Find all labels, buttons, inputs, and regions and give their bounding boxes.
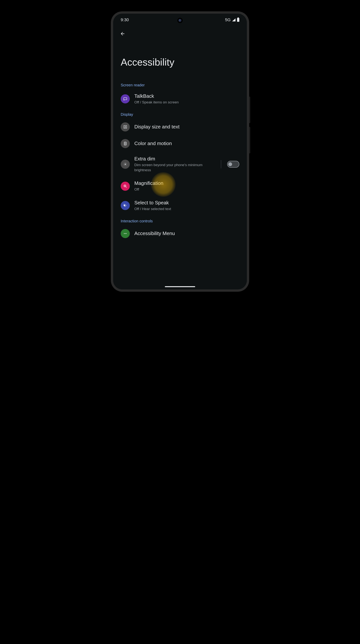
item-title: Magnification [134,180,239,186]
phone-frame: 9:30 5G Accessibility Screen reader [111,11,249,292]
arrow-back-icon [120,31,125,36]
item-magnification[interactable]: Magnification Off [113,176,247,196]
item-talkback[interactable]: TalkBack Off / Speak items on screen [113,89,247,108]
display-size-icon: A [121,122,130,132]
status-time: 9:30 [121,18,129,22]
item-extra-dim[interactable]: Extra dim Dim screen beyond your phone's… [113,152,247,176]
back-button[interactable] [119,30,126,38]
svg-line-12 [124,163,124,163]
item-content: Magnification Off [134,180,239,192]
item-content: Display size and text [134,124,239,130]
zoom-in-icon [123,184,127,188]
palette-icon [123,142,127,146]
camera-notch [177,18,183,23]
status-icons: 5G [225,18,239,22]
item-subtitle: Off / Speak items on screen [134,100,239,105]
svg-rect-0 [124,98,127,100]
item-subtitle: Off / Hear selected text [134,206,239,212]
item-title: Color and motion [134,140,239,147]
extra-dim-icon [121,160,130,169]
more-horiz-icon [123,232,127,236]
home-indicator[interactable] [165,286,195,287]
accessibility-menu-icon [121,229,130,238]
item-title: Select to Speak [134,200,239,206]
color-motion-icon [121,139,130,148]
svg-line-17 [126,186,127,188]
svg-point-22 [126,233,127,234]
svg-point-20 [124,233,125,234]
magnification-icon [121,182,130,191]
svg-line-15 [126,163,126,163]
item-accessibility-menu[interactable]: Accessibility Menu [113,225,247,238]
item-title: Display size and text [134,124,239,130]
item-display-size[interactable]: A Display size and text [113,118,247,135]
item-content: Select to Speak Off / Hear selected text [134,200,239,212]
item-content: TalkBack Off / Speak items on screen [134,93,239,105]
svg-line-13 [126,165,126,165]
page-title: Accessibility [113,41,247,79]
item-title: Accessibility Menu [134,230,239,237]
extra-dim-toggle[interactable] [227,161,239,168]
speaker-icon [123,204,127,208]
item-title: Extra dim [134,156,216,162]
item-content: Color and motion [134,140,239,147]
item-title: TalkBack [134,93,239,100]
item-content: Extra dim Dim screen beyond your phone's… [134,156,216,172]
svg-line-14 [124,165,124,165]
network-label: 5G [225,18,230,22]
item-subtitle: Dim screen beyond your phone's minimum b… [134,162,216,172]
item-select-to-speak[interactable]: Select to Speak Off / Hear selected text [113,196,247,215]
talkback-icon [121,94,130,104]
section-header-interaction: Interaction controls [113,215,247,225]
section-header-display: Display [113,108,247,118]
text-size-icon: A [123,125,127,129]
item-content: Accessibility Menu [134,230,239,237]
section-header-screen-reader: Screen reader [113,79,247,89]
item-color-motion[interactable]: Color and motion [113,135,247,152]
svg-point-7 [125,164,126,165]
select-to-speak-icon [121,201,130,210]
screen: 9:30 5G Accessibility Screen reader [113,14,247,290]
battery-icon [237,18,239,22]
dim-icon [123,162,128,166]
item-subtitle: Off [134,187,239,192]
signal-icon [232,18,236,22]
svg-point-21 [125,233,126,234]
chat-icon [123,97,127,101]
svg-text:A: A [124,126,126,128]
app-bar [113,24,247,41]
